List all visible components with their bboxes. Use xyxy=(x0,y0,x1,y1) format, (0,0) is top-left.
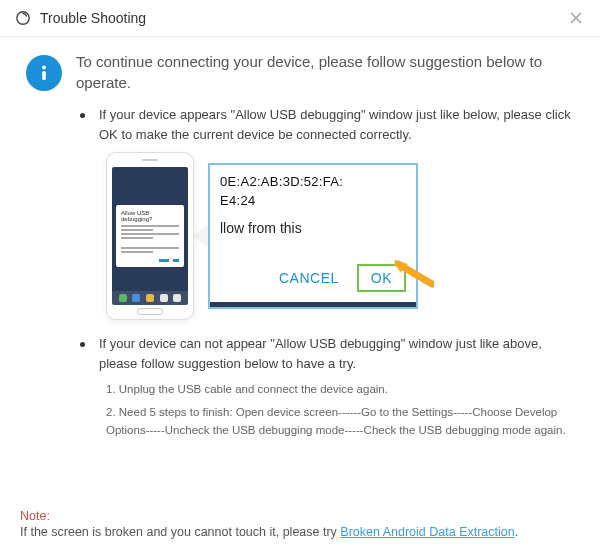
titlebar: Trouble Shooting xyxy=(0,0,600,37)
note-label: Note: xyxy=(20,509,580,523)
mac-line-2: E4:24 xyxy=(220,193,255,208)
svg-rect-2 xyxy=(42,71,46,80)
bullet-dot-icon xyxy=(80,342,85,347)
info-icon xyxy=(26,55,62,91)
bullet-text: If your device can not appear "Allow USB… xyxy=(99,334,574,373)
phone-dialog-title: Allow USB debugging? xyxy=(121,210,179,222)
phone-dialog: Allow USB debugging? xyxy=(116,205,184,267)
mac-line-1: 0E:A2:AB:3D:52:FA: xyxy=(220,174,343,189)
zoom-panel: 0E:A2:AB:3D:52:FA: E4:24 llow from this … xyxy=(208,163,418,308)
broken-android-link[interactable]: Broken Android Data Extraction xyxy=(340,525,514,539)
footer-text-before: If the screen is broken and you cannot t… xyxy=(20,525,340,539)
phone-mockup: Allow USB debugging? xyxy=(106,152,194,320)
bullet-dot-icon xyxy=(80,113,85,118)
mac-address: 0E:A2:AB:3D:52:FA: E4:24 xyxy=(220,173,406,209)
close-button[interactable] xyxy=(566,8,586,28)
main-area: To continue connecting your device, plea… xyxy=(76,51,574,445)
svg-point-1 xyxy=(42,66,46,70)
phone-screen: Allow USB debugging? xyxy=(112,167,188,305)
bullet-item-2: If your device can not appear "Allow USB… xyxy=(76,334,574,373)
step-1: 1. Unplug the USB cable and connect the … xyxy=(106,381,574,398)
footer-text-after: . xyxy=(515,525,518,539)
footer-note: Note: If the screen is broken and you ca… xyxy=(20,509,580,539)
phone-dock xyxy=(112,291,188,305)
window-title: Trouble Shooting xyxy=(40,10,566,26)
content: To continue connecting your device, plea… xyxy=(0,37,600,445)
step-2: 2. Need 5 steps to finish: Open device s… xyxy=(106,404,574,439)
cancel-button: CANCEL xyxy=(279,270,339,286)
dialog-buttons: CANCEL OK xyxy=(210,264,416,302)
callout-arrow-icon xyxy=(192,224,208,248)
steps-list: 1. Unplug the USB cable and connect the … xyxy=(106,381,574,439)
bullet-text: If your device appears "Allow USB debugg… xyxy=(99,105,574,144)
bullet-item-1: If your device appears "Allow USB debugg… xyxy=(76,105,574,144)
headline: To continue connecting your device, plea… xyxy=(76,51,574,93)
app-icon xyxy=(14,9,32,27)
pointer-arrow-icon xyxy=(392,258,434,291)
allow-text-fragment: llow from this xyxy=(220,220,406,236)
illustration: Allow USB debugging? xyxy=(106,152,574,320)
